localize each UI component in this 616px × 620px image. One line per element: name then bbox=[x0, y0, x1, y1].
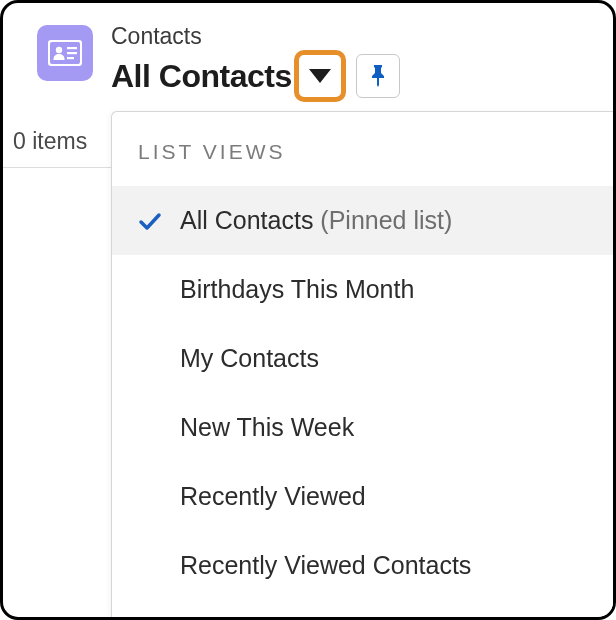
item-count-text: 0 items bbox=[13, 128, 87, 154]
dropdown-items: All Contacts (Pinned list)Birthdays This… bbox=[112, 186, 613, 600]
list-view-option[interactable]: Recently Viewed bbox=[112, 462, 613, 531]
list-view-picker-button[interactable] bbox=[294, 50, 346, 102]
contacts-icon bbox=[37, 25, 93, 81]
list-view-option-label: All Contacts (Pinned list) bbox=[180, 206, 452, 235]
dropdown-heading: LIST VIEWS bbox=[112, 112, 613, 186]
list-view-dropdown: LIST VIEWS All Contacts (Pinned list)Bir… bbox=[111, 111, 613, 617]
list-view-option[interactable]: My Contacts bbox=[112, 324, 613, 393]
list-view-option[interactable]: Birthdays This Month bbox=[112, 255, 613, 324]
list-view-option-label: New This Week bbox=[180, 413, 354, 442]
object-label: Contacts bbox=[111, 25, 400, 48]
title-block: Contacts All Contacts bbox=[111, 25, 400, 102]
list-view-title[interactable]: All Contacts bbox=[111, 58, 292, 95]
list-view-option[interactable]: All Contacts (Pinned list) bbox=[112, 186, 613, 255]
caret-down-icon bbox=[309, 69, 331, 83]
list-view-option[interactable]: Recently Viewed Contacts bbox=[112, 531, 613, 600]
svg-rect-3 bbox=[67, 47, 77, 49]
page-header: Contacts All Contacts bbox=[3, 3, 613, 102]
checkmark-icon bbox=[138, 211, 180, 231]
list-view-option-label: Recently Viewed Contacts bbox=[180, 551, 471, 580]
list-view-option-label: Birthdays This Month bbox=[180, 275, 414, 304]
list-view-option-suffix: (Pinned list) bbox=[313, 206, 452, 234]
pin-icon bbox=[369, 65, 387, 87]
svg-point-2 bbox=[56, 47, 62, 53]
svg-rect-5 bbox=[67, 57, 74, 59]
svg-rect-4 bbox=[67, 52, 77, 54]
pin-list-button[interactable] bbox=[356, 54, 400, 98]
list-view-option-label: My Contacts bbox=[180, 344, 319, 373]
list-view-option-label: Recently Viewed bbox=[180, 482, 366, 511]
list-view-option[interactable]: New This Week bbox=[112, 393, 613, 462]
